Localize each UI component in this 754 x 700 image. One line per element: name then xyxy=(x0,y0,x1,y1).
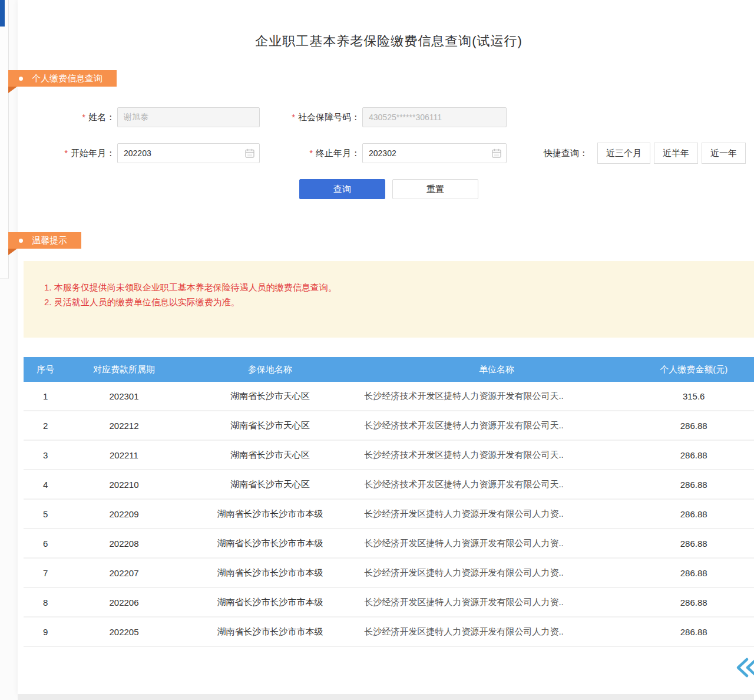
end-month-input[interactable] xyxy=(362,143,507,163)
start-month-input[interactable] xyxy=(117,143,260,163)
table-cell: 202211 xyxy=(67,450,180,460)
reset-button[interactable]: 重置 xyxy=(392,179,478,199)
table-cell: 长沙经济开发区捷特人力资源开发有限公司人力资.. xyxy=(359,509,633,520)
table-row: 6202208湖南省长沙市长沙市市本级长沙经济开发区捷特人力资源开发有限公司人力… xyxy=(24,529,754,559)
section-header-personal-query: 个人缴费信息查询 xyxy=(8,70,117,87)
table-row: 1202301湖南省长沙市天心区长沙经济技术开发区捷特人力资源开发有限公司天..… xyxy=(24,382,754,411)
header-cell: 对应费款所属期 xyxy=(67,364,180,375)
table-row: 9202205湖南省长沙市长沙市市本级长沙经济开发区捷特人力资源开发有限公司人力… xyxy=(24,618,754,647)
table-cell: 286.88 xyxy=(633,509,754,519)
form-row-identity: *姓名： *社会保障号码： xyxy=(35,107,754,127)
table-cell: 湖南省长沙市长沙市市本级 xyxy=(181,626,360,638)
ssn-input[interactable] xyxy=(362,107,507,127)
required-asterisk: * xyxy=(309,148,313,158)
table-cell: 202207 xyxy=(67,568,180,578)
end-month-field: *终止年月： xyxy=(260,143,507,163)
table-cell: 湖南省长沙市天心区 xyxy=(181,479,360,490)
table-cell: 6 xyxy=(24,539,67,549)
table-cell: 湖南省长沙市天心区 xyxy=(181,450,360,461)
calendar-icon[interactable] xyxy=(245,148,254,158)
required-asterisk: * xyxy=(64,148,68,158)
table-cell: 长沙经济开发区捷特人力资源开发有限公司人力资.. xyxy=(359,538,633,549)
table-cell: 长沙经济技术开发区捷特人力资源开发有限公司天.. xyxy=(359,420,633,431)
table-cell: 286.88 xyxy=(633,568,754,578)
table-cell: 286.88 xyxy=(633,597,754,607)
table-cell: 3 xyxy=(24,450,67,460)
left-rail xyxy=(0,0,9,279)
query-button[interactable]: 查询 xyxy=(299,179,385,199)
table-cell: 202209 xyxy=(67,509,180,519)
start-month-label: *开始年月： xyxy=(35,148,115,159)
table-header-row: 序号对应费款所属期参保地名称单位名称个人缴费金额(元) xyxy=(24,357,754,382)
table-cell: 9 xyxy=(24,627,67,637)
table-cell: 湖南省长沙市天心区 xyxy=(181,391,360,402)
main-card: 企业职工基本养老保险缴费信息查询(试运行) 个人缴费信息查询 *姓名： *社会保… xyxy=(18,0,754,694)
table-body: 1202301湖南省长沙市天心区长沙经济技术开发区捷特人力资源开发有限公司天..… xyxy=(24,382,754,647)
table-cell: 湖南省长沙市长沙市市本级 xyxy=(181,509,360,520)
bullet-icon xyxy=(19,77,23,81)
table-cell: 7 xyxy=(24,568,67,578)
table-cell: 202212 xyxy=(67,421,180,431)
table-cell: 286.88 xyxy=(633,450,754,460)
table-cell: 长沙经济技术开发区捷特人力资源开发有限公司天.. xyxy=(359,479,633,490)
collapse-chevron[interactable] xyxy=(24,656,754,681)
quick-query-buttons: 近三个月近半年近一年 xyxy=(594,143,746,164)
table-cell: 286.88 xyxy=(633,480,754,490)
table-cell: 2 xyxy=(24,421,67,431)
table-cell: 湖南省长沙市长沙市市本级 xyxy=(181,567,360,579)
section-header-tips: 温馨提示 xyxy=(8,232,81,249)
table-row: 4202210湖南省长沙市天心区长沙经济技术开发区捷特人力资源开发有限公司天..… xyxy=(24,470,754,500)
header-cell: 单位名称 xyxy=(359,364,633,375)
table-cell: 202206 xyxy=(67,597,180,607)
table-cell: 5 xyxy=(24,509,67,519)
calendar-icon[interactable] xyxy=(492,148,501,158)
table-row: 5202209湖南省长沙市长沙市市本级长沙经济开发区捷特人力资源开发有限公司人力… xyxy=(24,500,754,529)
end-month-label: *终止年月： xyxy=(266,148,360,159)
table-cell: 长沙经济技术开发区捷特人力资源开发有限公司天.. xyxy=(359,391,633,402)
table-cell: 202301 xyxy=(67,391,180,401)
header-cell: 个人缴费金额(元) xyxy=(633,364,754,375)
quick-query-option-0[interactable]: 近三个月 xyxy=(597,143,650,164)
tips-lines: 1. 本服务仅提供尚未领取企业职工基本养老保险待遇人员的缴费信息查询。2. 灵活… xyxy=(44,280,742,309)
table-cell: 286.88 xyxy=(633,421,754,431)
table-cell: 湖南省长沙市长沙市市本级 xyxy=(181,597,360,608)
table-row: 3202211湖南省长沙市天心区长沙经济技术开发区捷特人力资源开发有限公司天..… xyxy=(24,441,754,470)
table-row: 8202206湖南省长沙市长沙市市本级长沙经济开发区捷特人力资源开发有限公司人力… xyxy=(24,588,754,618)
table-cell: 286.88 xyxy=(633,539,754,549)
required-asterisk: * xyxy=(292,112,295,122)
tip-line: 2. 灵活就业人员的缴费单位信息以实际缴费为准。 xyxy=(44,295,742,309)
blue-accent-bar xyxy=(0,0,5,27)
table-cell: 湖南省长沙市长沙市市本级 xyxy=(181,538,360,549)
table-row: 2202212湖南省长沙市天心区长沙经济技术开发区捷特人力资源开发有限公司天..… xyxy=(24,411,754,441)
table-cell: 202210 xyxy=(67,480,180,490)
tip-line: 1. 本服务仅提供尚未领取企业职工基本养老保险待遇人员的缴费信息查询。 xyxy=(44,280,742,295)
table-cell: 4 xyxy=(24,480,67,490)
table-cell: 1 xyxy=(24,391,67,401)
header-cell: 参保地名称 xyxy=(181,364,360,375)
table-cell: 长沙经济开发区捷特人力资源开发有限公司人力资.. xyxy=(359,597,633,608)
section-title-tips: 温馨提示 xyxy=(32,235,67,246)
table-cell: 长沙经济开发区捷特人力资源开发有限公司人力资.. xyxy=(359,626,633,638)
double-chevron-left-icon[interactable] xyxy=(733,656,754,679)
required-asterisk: * xyxy=(82,112,85,122)
quick-query-option-1[interactable]: 近半年 xyxy=(654,143,698,164)
table-cell: 202205 xyxy=(67,627,180,637)
name-field: *姓名： xyxy=(35,107,260,127)
page-title: 企业职工基本养老保险缴费信息查询(试运行) xyxy=(24,32,754,50)
header-cell: 序号 xyxy=(24,364,67,375)
bottom-strip xyxy=(18,694,754,700)
bullet-icon xyxy=(19,239,23,243)
table-row: 7202207湖南省长沙市长沙市市本级长沙经济开发区捷特人力资源开发有限公司人力… xyxy=(24,559,754,588)
ssn-field: *社会保障号码： xyxy=(260,107,507,127)
table-cell: 长沙经济开发区捷特人力资源开发有限公司人力资.. xyxy=(359,567,633,579)
name-input[interactable] xyxy=(117,107,260,127)
payment-table: 序号对应费款所属期参保地名称单位名称个人缴费金额(元) 1202301湖南省长沙… xyxy=(24,357,754,647)
quick-query-option-2[interactable]: 近一年 xyxy=(702,143,746,164)
quick-query-label: 快捷查询： xyxy=(544,148,588,159)
form-buttons: 查询 重置 xyxy=(24,179,754,199)
ssn-label: *社会保障号码： xyxy=(266,112,360,123)
table-cell: 315.6 xyxy=(633,391,754,401)
start-month-field: *开始年月： xyxy=(35,143,260,163)
table-cell: 湖南省长沙市天心区 xyxy=(181,420,360,431)
name-label: *姓名： xyxy=(35,112,115,123)
